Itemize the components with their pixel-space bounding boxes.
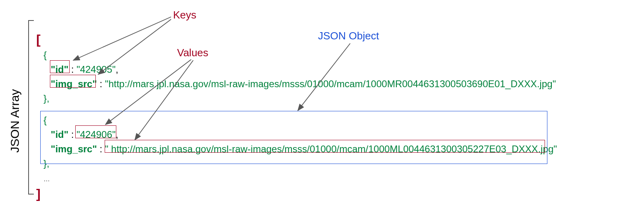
highlight-key-id-obj1 [50, 60, 70, 73]
brace-close-1: }, [43, 93, 50, 104]
big-bracket-icon [28, 20, 34, 195]
obj1-line-id: "id" : "424905", [36, 62, 624, 77]
highlight-json-object [40, 111, 547, 164]
obj1-line-img: "img_src" : "http://mars.jpl.nasa.gov/ms… [36, 77, 624, 91]
close-bracket: ] [36, 186, 41, 201]
open-bracket: [ [36, 32, 41, 47]
brace-open-1: { [43, 49, 47, 60]
json-array-label: JSON Array [9, 89, 21, 153]
highlight-key-imgsrc-obj1 [50, 75, 96, 88]
obj1-val-id: 424905 [80, 64, 112, 75]
label-keys: Keys [173, 9, 196, 21]
obj1-val-img: http://mars.jpl.nasa.gov/msl-raw-images/… [108, 78, 552, 89]
ellipsis: … [43, 176, 50, 182]
